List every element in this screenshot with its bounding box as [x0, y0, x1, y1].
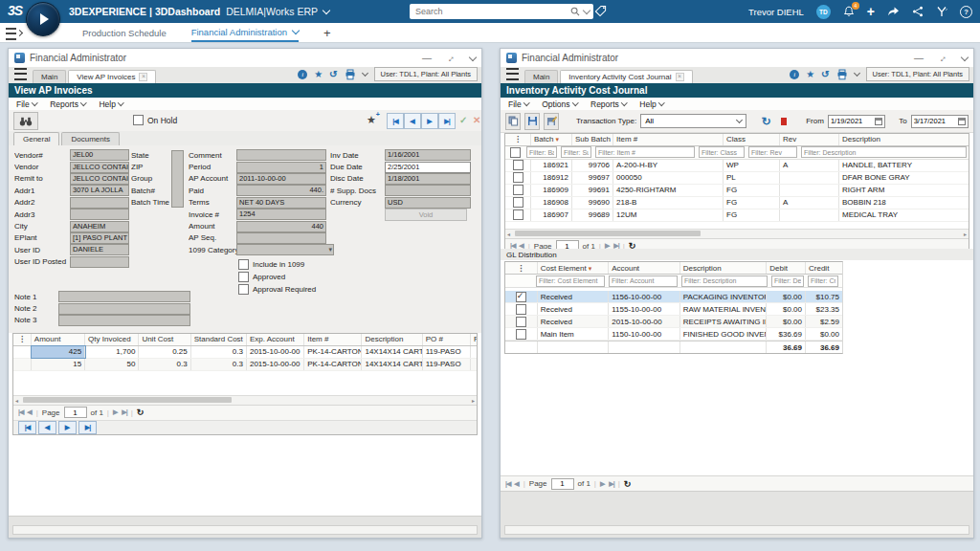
- row-checkbox[interactable]: [516, 317, 526, 327]
- calendar-icon[interactable]: [958, 118, 966, 125]
- user-name[interactable]: Trevor DIEHL: [748, 7, 804, 17]
- checkbox-icon[interactable]: [238, 272, 249, 282]
- filter-item-input[interactable]: [595, 146, 695, 158]
- cell[interactable]: HANDLE, BATTERY: [839, 160, 969, 171]
- cell[interactable]: 14X14X14 CARTON: [362, 346, 422, 358]
- tab-main[interactable]: Main: [33, 70, 66, 83]
- menu-icon[interactable]: [14, 68, 27, 80]
- accept-icon[interactable]: [459, 115, 467, 125]
- add-tab-button[interactable]: [323, 23, 331, 42]
- cell[interactable]: $36.69: [767, 328, 806, 340]
- cell[interactable]: BOBBIN 218: [839, 197, 969, 209]
- column-header[interactable]: Rev: [780, 134, 839, 145]
- tag-icon[interactable]: [594, 5, 607, 17]
- swym-button[interactable]: [936, 6, 947, 17]
- cell[interactable]: 12UM: [613, 209, 724, 221]
- on-hold-checkbox[interactable]: On Hold: [133, 115, 177, 125]
- help-button[interactable]: [960, 6, 972, 18]
- 3dexperience-compass-icon[interactable]: [26, 2, 60, 36]
- user-id-field[interactable]: DANIELE: [70, 244, 129, 255]
- column-header[interactable]: Standard Cost: [191, 334, 247, 345]
- addr2-field[interactable]: [70, 197, 129, 209]
- void-button[interactable]: Void: [385, 209, 467, 221]
- refresh-icon[interactable]: [762, 115, 771, 128]
- filter-account-input[interactable]: [609, 276, 678, 287]
- page-number-input[interactable]: [64, 407, 87, 418]
- first-row-button[interactable]: [18, 421, 36, 434]
- table-row[interactable]: 186907 99689 12UM FG MEDICAL TRAY: [505, 209, 969, 222]
- scrollbar-thumb[interactable]: [515, 231, 701, 236]
- row-checkbox[interactable]: [513, 172, 523, 183]
- tab-general[interactable]: General: [13, 132, 59, 146]
- cell[interactable]: PL: [724, 172, 780, 184]
- cell[interactable]: RECEIPTS AWAITING INVOICE: [680, 316, 768, 327]
- column-header[interactable]: Description: [839, 134, 969, 145]
- search-input[interactable]: [413, 6, 567, 17]
- previous-row-button[interactable]: [38, 421, 56, 434]
- table-row[interactable]: Received 2015-10-00-00 RECEIPTS AWAITING…: [505, 316, 842, 328]
- collaborate-icon[interactable]: [912, 6, 924, 17]
- widget-menu-chevron-icon[interactable]: [961, 53, 969, 60]
- city-field[interactable]: ANAHEIM: [70, 221, 129, 232]
- terms-field[interactable]: NET 40 DAYS: [236, 197, 326, 209]
- column-header[interactable]: Description: [362, 334, 422, 345]
- cell[interactable]: [471, 346, 477, 358]
- pager-next-icon[interactable]: [600, 480, 605, 488]
- cancel-icon[interactable]: [473, 115, 480, 125]
- cell[interactable]: $0.00: [767, 291, 806, 302]
- tab-documents[interactable]: Documents: [61, 132, 119, 145]
- printer-icon[interactable]: [836, 69, 848, 80]
- horizontal-scrollbar[interactable]: ◂ ▸: [13, 395, 477, 405]
- calendar-icon[interactable]: [875, 118, 882, 125]
- ap-account-field[interactable]: 2011-10-00-00: [236, 173, 326, 185]
- column-header[interactable]: Reference: [471, 334, 477, 345]
- cell[interactable]: Received: [538, 303, 610, 315]
- cell[interactable]: 99691: [572, 185, 613, 196]
- maximize-icon[interactable]: [445, 53, 455, 63]
- period-field[interactable]: 1: [236, 162, 326, 173]
- menu-options[interactable]: Options: [542, 99, 577, 109]
- history-icon[interactable]: [821, 70, 829, 79]
- cell[interactable]: 4250-RIGHTARM: [613, 185, 724, 196]
- cell[interactable]: 99706: [572, 160, 613, 171]
- cell[interactable]: [780, 172, 839, 184]
- save-button[interactable]: [524, 113, 540, 130]
- scroll-left-icon[interactable]: ◂: [15, 397, 18, 404]
- cell[interactable]: 2015-10-00-00: [609, 316, 680, 327]
- table-row[interactable]: 15 50 0.3 0.3 2015-10-00-00 PK-14-CARTON…: [13, 359, 477, 371]
- row-handle[interactable]: [13, 359, 32, 370]
- chevron-down-icon[interactable]: [292, 26, 300, 33]
- filter-cost-element-input[interactable]: [536, 276, 605, 287]
- column-header[interactable]: Item #: [304, 334, 362, 345]
- scrollbar-thumb[interactable]: [23, 397, 232, 403]
- column-header[interactable]: Debit: [767, 262, 806, 274]
- cell[interactable]: 2015-10-00-00: [247, 346, 304, 358]
- vendor-field[interactable]: JELLCO CONTAINE: [70, 162, 129, 173]
- cell[interactable]: [471, 359, 477, 370]
- cell[interactable]: 50: [85, 359, 139, 370]
- cell[interactable]: [780, 185, 839, 196]
- ap-seq-field[interactable]: [236, 232, 326, 244]
- table-row[interactable]: 186912 99697 000050 PL DFAR BONE GRAY: [505, 172, 969, 185]
- cell[interactable]: 000050: [613, 172, 724, 184]
- cell[interactable]: 186907: [531, 209, 572, 221]
- search-records-button[interactable]: [13, 112, 38, 130]
- maximize-icon[interactable]: [937, 53, 947, 63]
- due-date-field[interactable]: 2/25/2001: [385, 162, 471, 173]
- cell[interactable]: 119-PASO: [423, 346, 471, 358]
- checkbox-icon[interactable]: [133, 115, 144, 125]
- vendor-number-field[interactable]: JEL00: [70, 149, 129, 161]
- avatar[interactable]: TD: [816, 5, 831, 19]
- tab-production-schedule[interactable]: Production Schedule: [82, 23, 167, 42]
- save-edit-button[interactable]: [544, 113, 559, 130]
- last-row-button[interactable]: [78, 421, 97, 434]
- user-id-posted-field[interactable]: [70, 256, 129, 268]
- cell[interactable]: A: [780, 197, 839, 209]
- cell[interactable]: 425: [32, 346, 85, 358]
- row-checkbox[interactable]: [516, 304, 526, 315]
- cell[interactable]: Received: [538, 316, 610, 327]
- from-date-field[interactable]: 1/19/2021: [828, 115, 885, 128]
- filter-sub-batch-input[interactable]: [561, 146, 591, 158]
- cell[interactable]: RAW MATERIAL INVENTORY: [680, 303, 768, 315]
- filter-class-input[interactable]: [699, 146, 745, 158]
